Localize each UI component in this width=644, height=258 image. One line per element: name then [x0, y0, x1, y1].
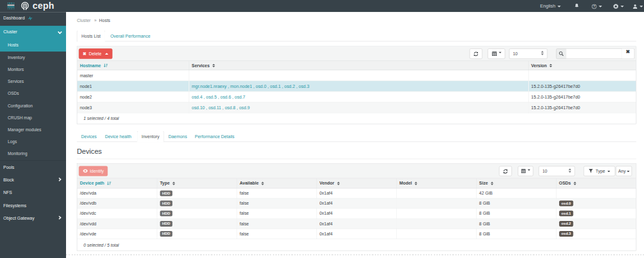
svg-text:?: ?: [593, 4, 595, 8]
